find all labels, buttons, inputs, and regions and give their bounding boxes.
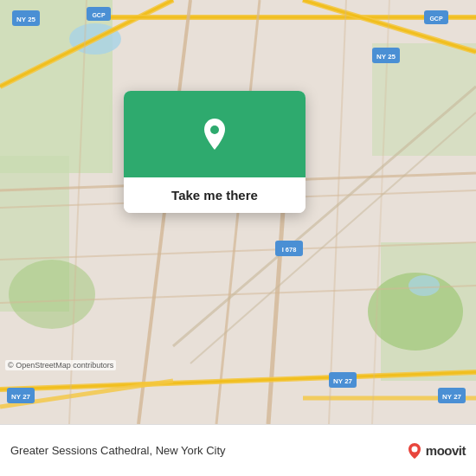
popup-green-area	[124, 91, 306, 177]
svg-text:NY 27: NY 27	[11, 393, 31, 401]
svg-text:NY 27: NY 27	[442, 393, 462, 401]
take-me-there-button[interactable]: Take me there	[124, 177, 306, 213]
map-container: NY 25 GCP NY 25 GCP I 678 NY 27 NY 27 NY…	[0, 0, 476, 424]
location-text: Greater Sessions Cathedral, New York Cit…	[10, 444, 398, 457]
take-me-there-label: Take me there	[171, 188, 258, 203]
svg-point-8	[408, 275, 440, 296]
svg-text:GCP: GCP	[92, 12, 106, 18]
svg-point-6	[9, 260, 95, 329]
svg-point-47	[210, 125, 219, 134]
svg-text:NY 25: NY 25	[376, 53, 396, 61]
moovit-logo: moovit	[405, 441, 466, 460]
svg-point-48	[411, 446, 417, 452]
moovit-pin-icon	[405, 441, 424, 460]
svg-text:I 678: I 678	[282, 246, 297, 254]
moovit-text: moovit	[426, 443, 466, 458]
bottom-bar: Greater Sessions Cathedral, New York Cit…	[0, 424, 476, 476]
popup-card: Take me there	[124, 91, 306, 213]
svg-text:NY 25: NY 25	[16, 16, 36, 23]
svg-text:NY 27: NY 27	[333, 377, 353, 385]
osm-credit: © OpenStreetMap contributors	[5, 360, 116, 370]
svg-text:GCP: GCP	[429, 16, 443, 22]
location-pin-icon	[196, 115, 234, 153]
